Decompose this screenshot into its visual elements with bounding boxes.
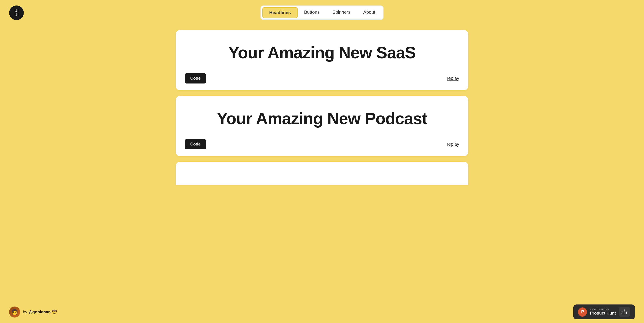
replay-button-2[interactable]: replay (447, 142, 459, 147)
code-button-1[interactable]: Code (185, 73, 206, 84)
ph-text-block: FEATURED ON Product Hunt (590, 308, 616, 316)
headline-saas: Your Amazing New SaaS (185, 44, 459, 62)
nav-item-spinners[interactable]: Spinners (326, 7, 357, 18)
bottom-bar: 🧑 by @gobienan 🤠 P FEATURED ON Product H… (0, 301, 644, 323)
author-text: by @gobienan 🤠 (23, 310, 57, 314)
code-button-2[interactable]: Code (185, 139, 206, 150)
ph-featured-text: FEATURED ON (590, 308, 616, 311)
headline-podcast: Your Amazing New Podcast (185, 110, 459, 128)
card-podcast: Your Amazing New Podcast Code replay (176, 96, 468, 156)
author-prefix: by (23, 310, 27, 314)
card-saas: Your Amazing New SaaS Code replay (176, 30, 468, 90)
ph-logo-text: P (581, 310, 584, 314)
card-footer-2: Code replay (185, 139, 459, 150)
header: UI UI Headlines Buttons Spinners About (0, 0, 644, 26)
author-handle[interactable]: @gobienan (28, 310, 51, 314)
replay-button-1[interactable]: replay (447, 76, 459, 81)
ph-title: Product Hunt (590, 311, 616, 316)
ph-logo: P (578, 308, 587, 316)
author-info: 🧑 by @gobienan 🤠 (9, 306, 57, 318)
main-content: Your Amazing New SaaS Code replay Your A… (162, 26, 482, 212)
nav-item-buttons[interactable]: Buttons (298, 7, 326, 18)
nav: Headlines Buttons Spinners About (260, 6, 384, 20)
ph-arrow-icon: ▲ (624, 308, 626, 311)
nav-item-about[interactable]: About (357, 7, 382, 18)
author-emoji: 🤠 (52, 310, 57, 314)
ph-upvote[interactable]: ▲ 301 (618, 307, 630, 316)
logo-top: UI (14, 9, 18, 13)
ph-count: 301 (621, 311, 628, 315)
nav-item-headlines[interactable]: Headlines (262, 7, 298, 18)
card-footer-1: Code replay (185, 73, 459, 84)
logo[interactable]: UI UI (9, 6, 24, 20)
avatar: 🧑 (9, 306, 20, 318)
logo-bottom: UI (14, 13, 18, 17)
card-partial (176, 162, 468, 184)
product-hunt-badge[interactable]: P FEATURED ON Product Hunt ▲ 301 (573, 304, 635, 319)
